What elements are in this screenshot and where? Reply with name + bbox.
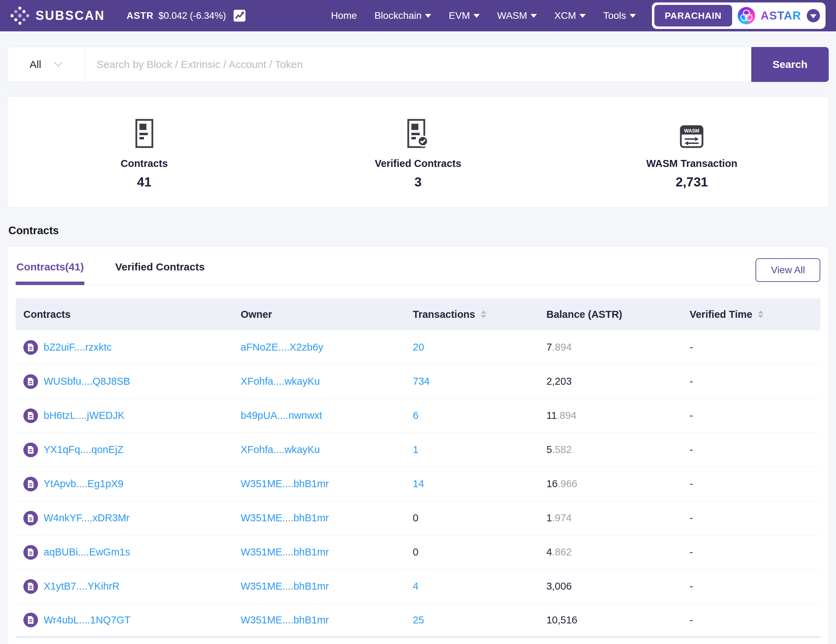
search-input[interactable] (85, 47, 751, 82)
sort-icon[interactable] (758, 310, 764, 318)
nav-home[interactable]: Home (331, 10, 357, 21)
transactions-link[interactable]: 1 (413, 444, 418, 455)
owner-link[interactable]: W351ME....bhB1mr (240, 615, 329, 626)
balance-value: 1.974 (539, 512, 682, 524)
main-menu: Home Blockchain EVM WASM XCM Tools (331, 10, 635, 21)
network-name: ASTAR (761, 9, 801, 22)
contract-link[interactable]: YX1qFq....qonEjZ (44, 444, 123, 455)
table-row: W4nkYF....xDR3Mr W351ME....bhB1mr 0 1.97… (16, 501, 820, 535)
balance-value: 2,203 (539, 376, 682, 387)
transactions-link[interactable]: 20 (413, 341, 424, 353)
table-body: bZ2uiF....rzxktc aFNoZE....X2zb6y 20 7.8… (16, 330, 820, 638)
stat-label: Contracts (121, 158, 168, 170)
owner-link[interactable]: W351ME....bhB1mr (240, 512, 329, 524)
nav-xcm[interactable]: XCM (554, 10, 586, 21)
sort-icon[interactable] (481, 310, 487, 318)
transactions-link[interactable]: 4 (413, 580, 418, 592)
contract-icon (23, 443, 38, 457)
tab-contracts[interactable]: Contracts(41) (16, 261, 84, 285)
owner-link[interactable]: W351ME....bhB1mr (240, 546, 329, 558)
stat-wasm-transaction: WASM WASM Transaction 2,731 (555, 96, 829, 207)
verified-time-value: - (682, 410, 820, 421)
contract-link[interactable]: YtApvb....Eg1pX9 (44, 478, 123, 490)
chevron-down-icon (425, 14, 431, 18)
search-filter-value: All (29, 59, 41, 70)
table-row: bH6tzL....jWEDJK b49pUA....nwnwxt 6 11.8… (16, 399, 820, 433)
balance-value: 4.862 (539, 546, 682, 558)
stat-verified-contracts: Verified Contracts 3 (281, 96, 555, 207)
table-row: aqBUBi....EwGm1s W351ME....bhB1mr 0 4.86… (16, 535, 820, 569)
nav-blockchain[interactable]: Blockchain (374, 10, 431, 21)
transactions-value: 0 (413, 512, 418, 524)
stat-value: 2,731 (676, 175, 708, 189)
chevron-down-icon (474, 14, 480, 18)
column-transactions: Transactions (405, 309, 539, 320)
verified-time-value: - (682, 615, 820, 626)
nav-wasm[interactable]: WASM (497, 10, 537, 21)
contract-link[interactable]: WUSbfu....Q8J8SB (44, 376, 130, 387)
token-symbol: ASTR (127, 10, 154, 21)
brand[interactable]: SUBSCAN (10, 6, 105, 25)
contract-icon (23, 511, 38, 525)
search-button[interactable]: Search (751, 47, 829, 82)
balance-value: 10,516 (539, 615, 682, 626)
search-bar: All Search (7, 47, 829, 82)
chevron-down-icon (580, 14, 586, 18)
transactions-link[interactable]: 6 (413, 410, 418, 421)
nav-evm[interactable]: EVM (449, 10, 480, 21)
verified-time-value: - (682, 546, 820, 558)
stat-contracts: Contracts 41 (7, 96, 281, 207)
tabbar: Contracts(41) Verified Contracts View Al… (16, 246, 820, 285)
contract-link[interactable]: W4nkYF....xDR3Mr (44, 512, 130, 524)
owner-link[interactable]: XFohfa....wkayKu (240, 444, 320, 455)
parachain-button[interactable]: PARACHAIN (654, 5, 732, 26)
verified-time-value: - (682, 580, 820, 592)
table-row: X1ytB7....YKihrR W351ME....bhB1mr 4 3,00… (16, 569, 820, 603)
balance-value: 7.894 (539, 341, 682, 353)
network-chevron-down-icon[interactable] (807, 9, 820, 22)
balance-value: 16.966 (539, 478, 682, 490)
view-all-button[interactable]: View All (756, 258, 820, 282)
chevron-down-icon (531, 14, 537, 18)
owner-link[interactable]: XFohfa....wkayKu (240, 376, 320, 387)
owner-link[interactable]: W351ME....bhB1mr (240, 580, 329, 592)
transactions-link[interactable]: 25 (413, 615, 424, 626)
subscan-logo-icon (10, 6, 29, 25)
owner-link[interactable]: aFNoZE....X2zb6y (240, 341, 323, 353)
chevron-down-icon (54, 62, 63, 67)
token-price-value: $0.042 (-6.34%) (158, 10, 226, 21)
stat-value: 3 (415, 175, 422, 189)
price-chart-icon[interactable] (233, 9, 246, 22)
nav-tools[interactable]: Tools (603, 10, 635, 21)
contract-link[interactable]: bH6tzL....jWEDJK (44, 410, 124, 421)
contract-icon (23, 477, 38, 491)
transactions-value: 0 (413, 546, 418, 558)
column-balance: Balance (ASTR) (539, 309, 682, 320)
verified-time-value: - (682, 444, 820, 455)
contract-icon (23, 579, 38, 594)
contract-icon (23, 340, 38, 355)
verified-contract-icon (407, 115, 429, 148)
contract-link[interactable]: Wr4ubL....1NQ7GT (44, 615, 131, 626)
transactions-link[interactable]: 734 (413, 376, 429, 387)
column-contracts: Contracts (16, 309, 233, 320)
page-title: Contracts (8, 224, 836, 237)
search-section: All Search (0, 31, 836, 96)
transactions-link[interactable]: 14 (413, 478, 424, 490)
owner-link[interactable]: b49pUA....nwnwxt (240, 410, 322, 421)
verified-time-value: - (682, 376, 820, 387)
contract-link[interactable]: bZ2uiF....rzxktc (44, 341, 111, 353)
table-row: bZ2uiF....rzxktc aFNoZE....X2zb6y 20 7.8… (16, 330, 820, 365)
wasm-swap-icon: WASM (680, 115, 704, 148)
verified-time-value: - (682, 341, 820, 353)
stat-label: WASM Transaction (647, 158, 737, 170)
tab-verified-contracts[interactable]: Verified Contracts (114, 261, 205, 285)
owner-link[interactable]: W351ME....bhB1mr (240, 478, 329, 490)
table-header: Contracts Owner Transactions Balance (AS… (16, 298, 820, 330)
search-filter-select[interactable]: All (7, 47, 85, 82)
contract-link[interactable]: aqBUBi....EwGm1s (44, 546, 130, 558)
contract-icon (23, 545, 38, 560)
table-row: YtApvb....Eg1pX9 W351ME....bhB1mr 14 16.… (16, 467, 820, 501)
token-price: ASTR $0.042 (-6.34%) (127, 9, 246, 22)
contract-link[interactable]: X1ytB7....YKihrR (44, 580, 119, 592)
